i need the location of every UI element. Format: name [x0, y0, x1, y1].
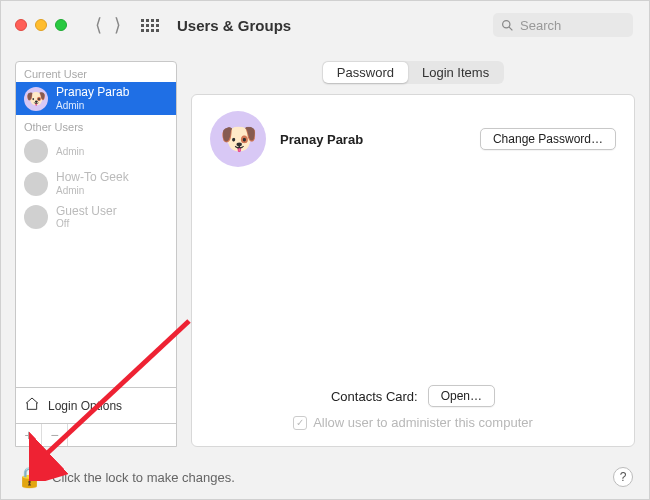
search-field[interactable]: Search: [493, 13, 633, 37]
main-panel: Password Login Items 🐶 Pranay Parab Chan…: [191, 61, 635, 447]
close-window-button[interactable]: [15, 19, 27, 31]
sidebar-user-other-2[interactable]: Guest User Off: [16, 201, 176, 234]
sidebar-user-other-1[interactable]: How-To Geek Admin: [16, 167, 176, 200]
user-role-label: Admin: [56, 185, 129, 197]
lock-hint-text: Click the lock to make changes.: [52, 470, 235, 485]
avatar-icon: [24, 205, 48, 229]
user-role-label: Admin: [56, 146, 84, 158]
current-user-section-label: Current User: [16, 62, 176, 82]
user-role-label: Admin: [56, 100, 129, 112]
login-options-button[interactable]: Login Options: [16, 387, 176, 423]
add-remove-bar: + −: [16, 423, 176, 446]
svg-line-1: [509, 27, 512, 30]
login-options-label: Login Options: [48, 399, 122, 413]
allow-admin-label: Allow user to administer this computer: [313, 415, 533, 430]
allow-admin-checkbox[interactable]: ✓: [293, 416, 307, 430]
user-name-label: Pranay Parab: [56, 86, 129, 100]
user-avatar-large[interactable]: 🐶: [210, 111, 266, 167]
forward-button[interactable]: ⟩: [114, 16, 121, 34]
window-title: Users & Groups: [177, 17, 291, 34]
lock-icon[interactable]: 🔒: [17, 465, 42, 489]
minimize-window-button[interactable]: [35, 19, 47, 31]
tab-bar: Password Login Items: [191, 61, 635, 84]
add-user-button[interactable]: +: [16, 424, 42, 446]
tab-password[interactable]: Password: [323, 62, 408, 83]
display-name-label: Pranay Parab: [280, 132, 466, 147]
contacts-card-label: Contacts Card:: [331, 389, 418, 404]
avatar-icon: 🐶: [24, 87, 48, 111]
change-password-button[interactable]: Change Password…: [480, 128, 616, 150]
content-area: Current User 🐶 Pranay Parab Admin Other …: [1, 49, 649, 447]
help-button[interactable]: ?: [613, 467, 633, 487]
house-icon: [24, 396, 40, 415]
back-button[interactable]: ⟨: [95, 16, 102, 34]
tab-login-items[interactable]: Login Items: [408, 62, 503, 83]
nav-arrows: ⟨ ⟩: [95, 16, 121, 34]
fullscreen-window-button[interactable]: [55, 19, 67, 31]
user-name-label: How-To Geek: [56, 171, 129, 185]
avatar-icon: [24, 172, 48, 196]
sidebar-user-current[interactable]: 🐶 Pranay Parab Admin: [16, 82, 176, 115]
search-icon: [501, 19, 514, 32]
password-panel: 🐶 Pranay Parab Change Password… Contacts…: [191, 94, 635, 447]
user-list: Current User 🐶 Pranay Parab Admin Other …: [16, 62, 176, 387]
titlebar: ⟨ ⟩ Users & Groups Search: [1, 1, 649, 49]
search-placeholder: Search: [520, 18, 561, 33]
sidebar-user-other-0[interactable]: Admin: [16, 135, 176, 167]
user-name-label: Guest User: [56, 205, 117, 219]
window-controls: [15, 19, 67, 31]
contacts-card-row: Contacts Card: Open…: [331, 385, 495, 407]
allow-admin-row: ✓ Allow user to administer this computer: [293, 415, 533, 430]
users-sidebar: Current User 🐶 Pranay Parab Admin Other …: [15, 61, 177, 447]
remove-user-button[interactable]: −: [42, 424, 68, 446]
footer-bar: 🔒 Click the lock to make changes. ?: [1, 455, 649, 499]
other-users-section-label: Other Users: [16, 115, 176, 135]
open-contacts-button[interactable]: Open…: [428, 385, 495, 407]
user-role-label: Off: [56, 218, 117, 230]
avatar-icon: [24, 139, 48, 163]
show-all-prefs-button[interactable]: [141, 19, 159, 32]
svg-point-0: [503, 20, 510, 27]
